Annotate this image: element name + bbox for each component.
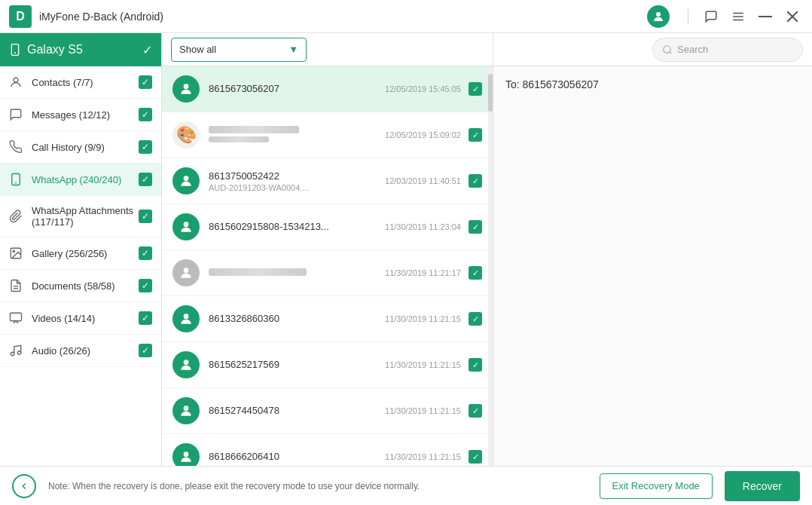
sidebar-item-audio[interactable]: Audio (26/26) ✓ — [0, 335, 161, 367]
sidebar-item-whatsapp-attachments[interactable]: WhatsApp Attachments (117/117) ✓ — [0, 196, 161, 237]
gallery-label: Gallery (256/256) — [32, 248, 139, 259]
scrollbar-thumb[interactable] — [488, 74, 493, 112]
search-input[interactable]: Search — [677, 44, 708, 55]
list-item-sub: AUD-20191203-WA0004.... — [209, 183, 385, 192]
main-content: Galaxy S5 ✓ Contacts (7/7) ✓ Messages (1… — [0, 33, 812, 466]
center-list: 8615673056207 12/05/2019 15:45:05 ✓ 🎨 12… — [162, 66, 493, 466]
sidebar-item-callhistory[interactable]: Call History (9/9) ✓ — [0, 131, 161, 164]
svg-point-25 — [184, 406, 189, 411]
whatsapp-checkbox[interactable]: ✓ — [139, 173, 152, 186]
gallery-checkbox[interactable]: ✓ — [139, 246, 152, 260]
messages-icon — [9, 108, 26, 121]
menu-button[interactable] — [728, 6, 749, 27]
contacts-checkbox[interactable]: ✓ — [139, 75, 152, 89]
avatar — [172, 443, 200, 466]
messages-label: Messages (12/12) — [32, 109, 139, 121]
exit-recovery-button[interactable]: Exit Recovery Mode — [600, 473, 713, 499]
list-item-checkbox[interactable]: ✓ — [469, 450, 482, 464]
avatar — [172, 213, 200, 240]
list-item[interactable]: 8615274450478 11/30/2019 11:21:15 ✓ — [162, 388, 493, 434]
list-item-checkbox[interactable]: ✓ — [469, 358, 482, 372]
videos-checkbox[interactable]: ✓ — [139, 311, 152, 325]
whatsapp-attachments-checkbox[interactable]: ✓ — [139, 210, 152, 223]
list-item[interactable]: 🎨 12/05/2019 15:09:02 ✓ — [162, 112, 493, 158]
right-toolbar: Search — [493, 33, 812, 66]
callhistory-checkbox[interactable]: ✓ — [139, 140, 152, 154]
filter-dropdown[interactable]: Show all ▼ — [171, 38, 307, 62]
back-button[interactable] — [12, 474, 36, 498]
svg-point-26 — [184, 451, 189, 457]
list-item-info: 8615625217569 — [209, 359, 385, 372]
sidebar-item-messages[interactable]: Messages (12/12) ✓ — [0, 99, 161, 131]
titlebar-actions — [647, 5, 803, 28]
list-item-info — [209, 267, 385, 279]
list-item[interactable]: 11/30/2019 11:21:17 ✓ — [162, 250, 493, 296]
list-item[interactable]: 8615625217569 11/30/2019 11:21:15 ✓ — [162, 342, 493, 388]
sidebar-item-gallery[interactable]: Gallery (256/256) ✓ — [0, 237, 161, 270]
list-item-time: 11/30/2019 11:21:15 — [385, 360, 461, 369]
list-item-info: 8615673056207 — [209, 83, 385, 96]
svg-point-24 — [184, 360, 189, 365]
svg-point-18 — [17, 351, 21, 355]
svg-point-21 — [184, 222, 189, 227]
svg-point-20 — [184, 176, 189, 181]
list-item-checkbox[interactable]: ✓ — [469, 220, 482, 234]
right-panel: Search To: 8615673056207 — [493, 33, 812, 466]
avatar — [172, 397, 200, 424]
list-item-name: 8618666206410 — [209, 451, 385, 462]
svg-line-28 — [670, 51, 672, 54]
filter-label: Show all — [179, 44, 216, 55]
avatar — [172, 259, 200, 286]
bottom-bar: Note: When the recovery is done, please … — [0, 466, 812, 505]
avatar: 🎨 — [172, 121, 200, 148]
blurred-sub — [209, 136, 269, 142]
chat-button[interactable] — [701, 6, 722, 27]
svg-point-13 — [13, 250, 14, 252]
svg-rect-16 — [11, 313, 22, 321]
audio-icon — [9, 344, 26, 357]
list-item-time: 12/03/2019 11:40:51 — [385, 176, 461, 185]
whatsapp-attachments-icon — [9, 210, 26, 223]
svg-point-22 — [184, 268, 189, 273]
sidebar-item-documents[interactable]: Documents (58/58) ✓ — [0, 270, 161, 302]
documents-checkbox[interactable]: ✓ — [139, 279, 152, 292]
avatar — [172, 167, 200, 194]
device-header[interactable]: Galaxy S5 ✓ — [0, 33, 161, 66]
svg-point-27 — [664, 45, 670, 52]
user-avatar[interactable] — [647, 5, 670, 28]
list-item[interactable]: 8618666206410 11/30/2019 11:21:15 ✓ — [162, 434, 493, 466]
list-item-info: 8615602915808-1534213... — [209, 221, 385, 234]
list-item-checkbox[interactable]: ✓ — [469, 404, 482, 418]
whatsapp-attachments-label: WhatsApp Attachments (117/117) — [32, 205, 139, 228]
list-item-name: 8615602915808-1534213... — [209, 221, 385, 232]
recover-button[interactable]: Recover — [725, 471, 800, 501]
svg-point-19 — [184, 84, 189, 89]
list-item[interactable]: 8613326860360 11/30/2019 11:21:15 ✓ — [162, 296, 493, 342]
list-item-checkbox[interactable]: ✓ — [469, 128, 482, 142]
to-label: To: 8615673056207 — [505, 78, 800, 90]
list-item-checkbox[interactable]: ✓ — [469, 312, 482, 326]
sidebar-item-whatsapp[interactable]: WhatsApp (240/240) ✓ — [0, 164, 161, 196]
minimize-button[interactable] — [755, 6, 776, 27]
list-item-checkbox[interactable]: ✓ — [469, 82, 482, 96]
search-box[interactable]: Search — [652, 38, 803, 62]
list-item[interactable]: 8615673056207 12/05/2019 15:45:05 ✓ — [162, 66, 493, 112]
center-panel: Show all ▼ 8615673056207 12/05/2019 15:4… — [162, 33, 493, 466]
videos-icon — [9, 311, 26, 325]
contacts-label: Contacts (7/7) — [32, 77, 139, 88]
sidebar-item-videos[interactable]: Videos (14/14) ✓ — [0, 302, 161, 335]
list-item-time: 11/30/2019 11:21:15 — [385, 406, 461, 415]
list-item-time: 11/30/2019 11:21:15 — [385, 452, 461, 461]
list-item-info: 8613750052422 AUD-20191203-WA0004.... — [209, 170, 385, 192]
list-item-checkbox[interactable]: ✓ — [469, 266, 482, 280]
messages-checkbox[interactable]: ✓ — [139, 108, 152, 121]
list-item[interactable]: 8615602915808-1534213... 11/30/2019 11:2… — [162, 204, 493, 250]
list-item-name — [209, 124, 385, 144]
close-button[interactable] — [782, 6, 803, 27]
list-item-checkbox[interactable]: ✓ — [469, 174, 482, 188]
svg-point-23 — [184, 314, 189, 319]
list-item[interactable]: 8613750052422 AUD-20191203-WA0004.... 12… — [162, 158, 493, 204]
sidebar-item-contacts[interactable]: Contacts (7/7) ✓ — [0, 66, 161, 99]
search-icon — [662, 44, 673, 55]
audio-checkbox[interactable]: ✓ — [139, 344, 152, 357]
